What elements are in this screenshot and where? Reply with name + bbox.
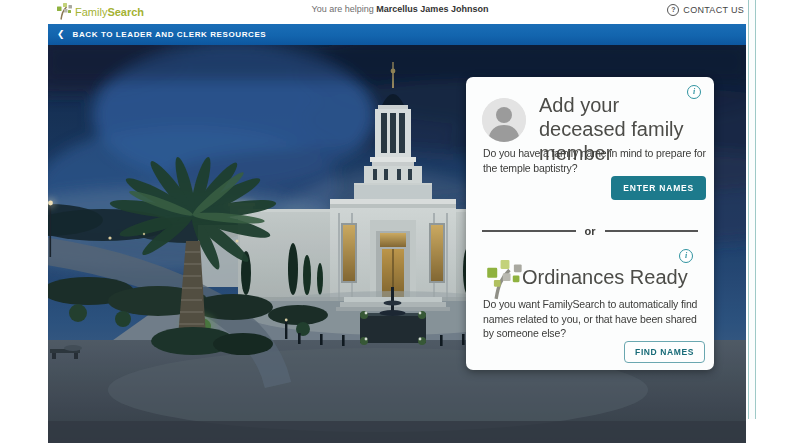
ordinances-ready-description: Do you want FamilySearch to automaticall… <box>483 297 709 341</box>
back-link[interactable]: ❮ BACK TO LEADER AND CLERK RESOURCES <box>48 24 746 45</box>
temple-names-card: i Add your deceased family member Do you… <box>466 77 714 370</box>
find-names-button[interactable]: FIND NAMES <box>624 341 705 363</box>
top-header: FamilySearch You are helping Marcellus J… <box>0 0 800 23</box>
ordinances-tree-icon <box>486 260 524 300</box>
scrollbar[interactable] <box>748 0 756 419</box>
ordinances-ready-title: Ordinances Ready <box>522 266 707 289</box>
divider-line-right <box>605 230 699 232</box>
helping-person-name: Marcellus James Johnson <box>376 4 488 14</box>
or-label: or <box>585 225 596 237</box>
enter-names-button[interactable]: ENTER NAMES <box>611 176 706 200</box>
add-family-member-description: Do you have a family name in mind to pre… <box>483 146 708 175</box>
person-avatar-icon <box>482 98 526 142</box>
contact-us-label: CONTACT US <box>683 5 744 15</box>
or-divider: or <box>482 225 698 237</box>
back-link-label: BACK TO LEADER AND CLERK RESOURCES <box>73 30 267 39</box>
contact-us-link[interactable]: ? CONTACT US <box>667 4 744 16</box>
divider-line-left <box>482 230 576 232</box>
info-icon[interactable]: i <box>679 249 693 263</box>
page: FamilySearch You are helping Marcellus J… <box>0 0 800 445</box>
help-icon: ? <box>667 4 679 16</box>
helping-prefix: You are helping <box>312 4 374 14</box>
back-chevron-icon: ❮ <box>57 30 65 39</box>
